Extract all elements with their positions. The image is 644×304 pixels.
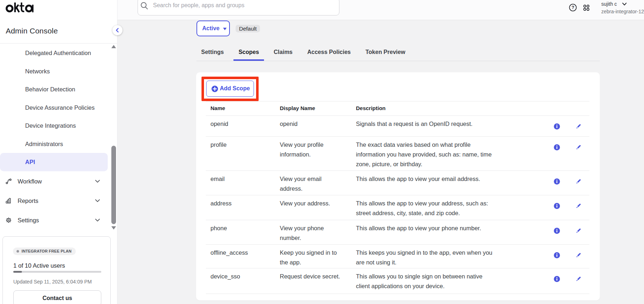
svg-text:?: ? [571,5,574,10]
